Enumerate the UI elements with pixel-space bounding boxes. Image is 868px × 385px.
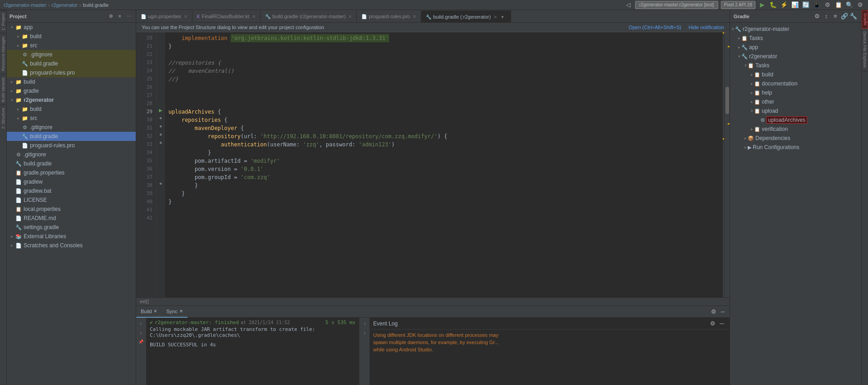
open-project-structure-link[interactable]: Open (Ctrl+Alt+Shift+S) (629, 25, 681, 30)
tree-item-gradlew[interactable]: 📄 gradlew (7, 177, 136, 186)
more-options-icon[interactable]: ⋯ (125, 12, 133, 20)
tree-item-r2gen-gitignore[interactable]: ⚙ .gitignore (7, 123, 136, 132)
breadcrumb-module[interactable]: r2generator (52, 2, 78, 8)
tree-item-local-props[interactable]: 📋 local.properties (7, 205, 136, 214)
settings-icon[interactable]: ⚙ (710, 308, 718, 316)
tree-item-external-libs[interactable]: 📚 External Libraries (7, 232, 136, 241)
tree-item-r2gen-build-gradle[interactable]: 🔧 build.gradle (7, 132, 136, 141)
tree-item-r2gen-src[interactable]: 📁 src (7, 114, 136, 123)
gradle-item-app[interactable]: ▸ 🔧 app (730, 43, 861, 52)
gradle-item-documentation[interactable]: ▸ 📋 documentation (730, 79, 861, 88)
scroll-to-bottom-icon[interactable]: ↓ (137, 329, 145, 337)
event-minimize-icon[interactable]: ─ (718, 320, 726, 328)
scroll-thumb[interactable] (725, 87, 729, 114)
profile-icon[interactable]: 📊 (791, 1, 799, 9)
minimize-icon[interactable]: ─ (719, 308, 727, 316)
structure-icon[interactable]: 📋 (834, 1, 843, 9)
debug-icon[interactable]: 🐛 (769, 1, 777, 9)
gradle-item-other[interactable]: ▸ 📋 other (730, 97, 861, 106)
gradle-expand-icon[interactable]: ↕ (822, 12, 830, 20)
gradle-settings-icon[interactable]: ⚙ (813, 12, 821, 20)
avd-icon[interactable]: 📱 (813, 1, 821, 9)
tree-item-gradlew-bat[interactable]: 📄 gradlew.bat (7, 186, 136, 195)
run-icon[interactable]: ▶ (758, 1, 766, 9)
tree-item-gradle-props[interactable]: 📋 gradle.properties (7, 168, 136, 177)
tree-item-r2gen-proguard[interactable]: 📄 proguard-rules.pro (7, 141, 136, 150)
back-icon[interactable]: ◁ (624, 1, 632, 9)
gradle-item-upload-archives[interactable]: ▸ ⚙ uploadArchives (730, 115, 861, 125)
breadcrumb-file[interactable]: build.gradle (83, 2, 108, 8)
gradle-link-icon[interactable]: 🔗 (840, 12, 848, 20)
tree-arrow[interactable] (9, 24, 15, 30)
tab-proguard[interactable]: 📄 proguard-rules.pro ✕ (357, 10, 421, 22)
editor-scrollbar[interactable] (724, 32, 730, 297)
tab-gradle-right[interactable]: Gradle (862, 10, 868, 29)
tab-close[interactable]: ✕ (493, 15, 497, 20)
tree-item-app-gitignore[interactable]: ⚙ .gitignore (7, 50, 136, 59)
tree-item-app[interactable]: 📁 app (7, 23, 136, 32)
gradle-item-build[interactable]: ▸ 📋 build (730, 70, 861, 79)
tree-item-settings-gradle[interactable]: 🔧 settings.gradle (7, 223, 136, 232)
event-settings-icon[interactable]: ⚙ (709, 320, 717, 328)
gradle-item-tasks-root[interactable]: ▸ 📋 Tasks (730, 34, 861, 43)
event-scroll-down-icon[interactable]: ↓ (361, 329, 369, 337)
gradle-item-master[interactable]: ▾ 🔧 r2generator-master (730, 25, 861, 34)
breadcrumb-root[interactable]: r2generator-master (4, 2, 46, 8)
tree-item-build[interactable]: 📁 build (7, 77, 136, 86)
sdk-icon[interactable]: ⚙ (824, 1, 832, 9)
sync-tab-close[interactable]: ✕ (179, 309, 183, 314)
tab-build-gradle-master[interactable]: 🔧 build.gradle (r2generator-master) ✕ (261, 10, 357, 22)
device-selector[interactable]: Pixel 2 API 28 (721, 1, 755, 9)
tree-item-r2generator[interactable]: 📁 r2generator (7, 95, 136, 105)
event-scroll-top-icon[interactable]: ↑ (361, 320, 369, 328)
tab-close[interactable]: ✕ (252, 14, 256, 19)
tree-arrow[interactable] (9, 79, 15, 85)
tree-arrow[interactable] (15, 33, 21, 40)
tab-finalrclassbuilder[interactable]: K FinalRClassBuilder.kt ✕ (192, 10, 261, 22)
tree-arrow[interactable] (15, 42, 21, 49)
scroll-to-top-icon[interactable]: ↑ (137, 320, 145, 328)
gradle-wrench-icon[interactable]: 🔧 (849, 12, 858, 20)
build-tab[interactable]: Build ✕ (136, 306, 162, 318)
tab-ugin-properties[interactable]: 📄 ugin.properties ✕ (136, 10, 192, 22)
tree-item-app-proguard[interactable]: 📄 proguard-rules.pro (7, 68, 136, 77)
tree-item-scratches[interactable]: 📄 Scratches and Consoles (7, 241, 136, 250)
tab-close[interactable]: ✕ (348, 14, 352, 19)
tree-arrow[interactable] (15, 115, 21, 121)
tab-dropdown[interactable]: ▾ (499, 11, 506, 23)
search-everywhere-icon[interactable]: 🔍 (845, 1, 853, 9)
tree-arrow[interactable] (9, 88, 15, 94)
sync-project-icon[interactable]: ⚙ (107, 12, 115, 20)
tab-close[interactable]: ✕ (184, 14, 187, 19)
tab-device-file-explorer[interactable]: Device File Explorer (862, 29, 868, 71)
gradle-collapse-icon[interactable]: ≡ (831, 12, 839, 20)
tree-item-root-build-gradle[interactable]: 🔧 build.gradle (7, 159, 136, 168)
gradle-item-help[interactable]: ▸ 📋 help (730, 88, 861, 97)
gutter-run-29[interactable]: ▶ (157, 106, 164, 114)
tree-item-app-src[interactable]: 📁 src (7, 41, 136, 50)
code-content[interactable]: implementation 'org.jetbrains.kotlin:kot… (165, 32, 722, 297)
hide-notification-link[interactable]: Hide notification (689, 25, 724, 30)
tree-arrow[interactable] (9, 242, 15, 249)
tree-arrow[interactable] (9, 233, 15, 240)
tree-arrow[interactable] (15, 106, 21, 112)
gradle-item-tasks[interactable]: ▾ 📋 Tasks (730, 61, 861, 70)
run-config-selector[interactable]: r2generator-master:r2generator [test] (635, 1, 718, 9)
tab-structure[interactable]: 2: Structure (0, 105, 6, 132)
tree-item-r2gen-build[interactable]: 📁 build (7, 105, 136, 114)
tab-build-gradle-r2gen[interactable]: 🔧 build.gradle (:r2generator) ✕ ▾ (421, 10, 511, 22)
build-tab-close[interactable]: ✕ (153, 309, 157, 314)
sync-tab[interactable]: Sync ✕ (162, 306, 187, 318)
tab-resource-manager[interactable]: Resource Manager (0, 33, 6, 74)
tree-item-license[interactable]: 📄 LICENSE (7, 195, 136, 205)
tree-item-readme[interactable]: 📄 README.md (7, 214, 136, 223)
tab-project[interactable]: 1: Project (0, 10, 6, 33)
collapse-all-icon[interactable]: ≡ (116, 12, 124, 20)
pin-icon[interactable]: 📌 (137, 338, 145, 346)
gradle-item-verification[interactable]: ▸ 📋 verification (730, 125, 861, 134)
tab-build-variants[interactable]: Build Variants (0, 74, 6, 105)
run-with-coverage-icon[interactable]: ⚡ (780, 1, 788, 9)
gradle-item-r2gen[interactable]: ▾ 🔧 r2generator (730, 52, 861, 61)
sync-icon[interactable]: 🔄 (802, 1, 810, 9)
tree-item-app-build-gradle[interactable]: 🔧 build.gradle (7, 59, 136, 68)
